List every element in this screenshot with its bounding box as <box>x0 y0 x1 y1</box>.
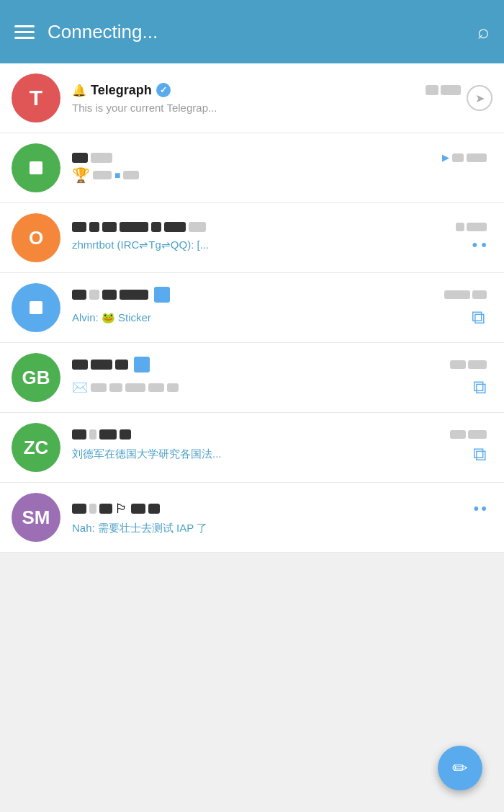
compose-fab-button[interactable]: ✏ <box>438 746 482 790</box>
chat-header-3 <box>72 222 487 232</box>
chat-preview-row-6: 刘德军在德国大学研究各国法... ⧉ <box>72 443 487 465</box>
chat-list: T 🔔 Telegraph This is your current Teleg… <box>0 63 504 553</box>
chat-content-6: 刘德军在德国大学研究各国法... ⧉ <box>72 429 492 465</box>
chat-name-6 <box>72 429 131 440</box>
chat-name-7: 🏳 <box>72 501 160 517</box>
chat-item-6[interactable]: ZC 刘德军在德国大学研究各国法... ⧉ <box>0 413 504 483</box>
compose-icon: ✏ <box>452 757 468 780</box>
chat-item-2[interactable]: ▶ 🏆 ■ <box>0 133 504 203</box>
chat-time-telegraph <box>426 85 461 95</box>
avatar-5: GB <box>12 353 60 402</box>
chat-content-5: ✉️ ⧉ <box>72 357 492 398</box>
chat-name-4 <box>72 287 170 303</box>
chat-name-row-telegraph: 🔔 Telegraph <box>72 83 426 98</box>
avatar-3: O <box>12 213 60 262</box>
send-icon-telegraph[interactable]: ➤ <box>467 85 492 111</box>
avatar-4 <box>12 283 60 332</box>
chat-preview-row-telegraph: This is your current Telegrap... <box>72 102 461 114</box>
top-bar-title: Connecting... <box>48 21 158 43</box>
chat-header-5 <box>72 357 487 372</box>
chat-preview-2: 🏆 ■ <box>72 166 487 184</box>
chat-preview-4: Alvin: 🐸 Sticker <box>72 311 151 324</box>
chat-content-3: zhmrtbot (IRC⇌Tg⇌QQ): [... • • <box>72 222 492 254</box>
chat-time-5 <box>450 360 487 369</box>
chat-header-2: ▶ <box>72 152 487 163</box>
verified-badge-telegraph <box>156 83 171 97</box>
chat-name-5 <box>72 357 150 372</box>
chat-item-4[interactable]: Alvin: 🐸 Sticker ⧉ <box>0 273 504 343</box>
chat-preview-3: zhmrtbot (IRC⇌Tg⇌QQ): [... <box>72 238 209 251</box>
avatar-7: SM <box>12 493 60 542</box>
chat-preview-6: 刘德军在德国大学研究各国法... <box>72 447 222 461</box>
avatar-telegraph: T <box>12 73 60 122</box>
chat-content-2: ▶ 🏆 ■ <box>72 152 492 184</box>
chat-name-2 <box>72 153 112 163</box>
chat-time-7: • • <box>474 499 487 518</box>
chat-time-6 <box>450 430 487 439</box>
chat-content-4: Alvin: 🐸 Sticker ⧉ <box>72 287 492 329</box>
chat-item-5[interactable]: GB ✉️ <box>0 343 504 413</box>
top-bar: Connecting... ⌕ <box>0 0 504 63</box>
search-button[interactable]: ⌕ <box>477 20 490 43</box>
avatar-2 <box>12 143 60 192</box>
mute-icon-telegraph: 🔔 <box>72 84 86 97</box>
chat-preview-row-4: Alvin: 🐸 Sticker ⧉ <box>72 306 487 329</box>
chat-preview-row-5: ✉️ ⧉ <box>72 376 487 398</box>
chat-preview-telegraph: This is your current Telegrap... <box>72 102 217 114</box>
chat-content-7: 🏳 • • Nah: 需要壮士去测试 IAP 了 <box>72 499 492 535</box>
chat-preview-7: Nah: 需要壮士去测试 IAP 了 <box>72 522 207 535</box>
chat-meta-4: ⧉ <box>472 306 487 329</box>
chat-time-2: ▶ <box>442 152 487 163</box>
hamburger-menu-button[interactable] <box>14 25 35 39</box>
chat-header-7: 🏳 • • <box>72 499 487 518</box>
chat-meta-3: • • <box>472 236 487 254</box>
chat-time-3 <box>456 223 487 231</box>
chat-item-telegraph[interactable]: T 🔔 Telegraph This is your current Teleg… <box>0 63 504 133</box>
chat-header-6 <box>72 429 487 440</box>
chat-time-4 <box>444 290 487 299</box>
chat-preview-5: ✉️ <box>72 380 473 396</box>
avatar-6: ZC <box>12 423 60 472</box>
top-bar-left: Connecting... <box>14 21 158 43</box>
chat-name-3 <box>72 222 206 232</box>
chat-item-3[interactable]: O zhmrtbot (IRC⇌Tg⇌QQ): [... <box>0 203 504 273</box>
chat-preview-row-7: Nah: 需要壮士去测试 IAP 了 <box>72 522 487 535</box>
chat-item-7[interactable]: SM 🏳 • • Nah: 需要壮士去测试 IAP 了 <box>0 483 504 553</box>
chat-header-4 <box>72 287 487 303</box>
chat-preview-row-3: zhmrtbot (IRC⇌Tg⇌QQ): [... • • <box>72 236 487 254</box>
chat-name-telegraph: Telegraph <box>91 83 152 98</box>
chat-content-telegraph: 🔔 Telegraph This is your current Telegra… <box>72 83 467 114</box>
chat-header-telegraph: 🔔 Telegraph <box>72 83 461 98</box>
